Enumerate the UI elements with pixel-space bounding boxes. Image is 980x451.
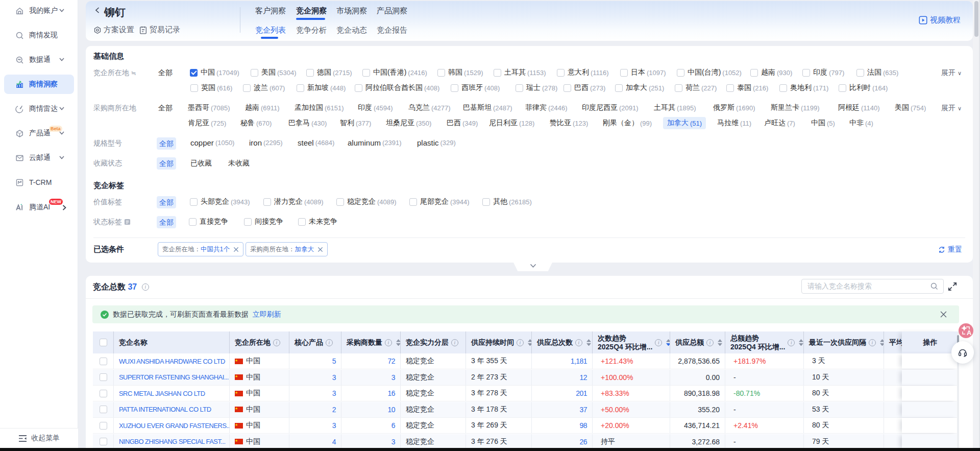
svg-text:A: A: [967, 329, 972, 337]
